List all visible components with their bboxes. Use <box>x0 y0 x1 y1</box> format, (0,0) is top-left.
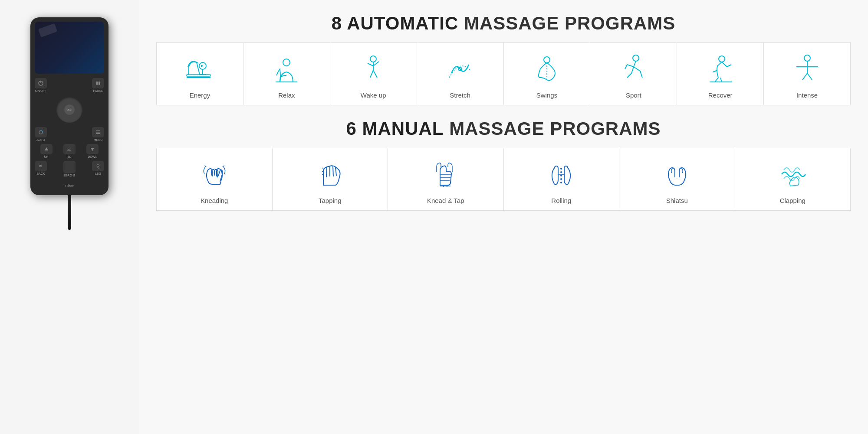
pause-group: PAUSE <box>92 78 104 92</box>
automatic-title: 8 AUTOMATIC MASSAGE PROGRAMS <box>156 13 851 34</box>
leg-label: LEG <box>95 172 101 175</box>
sport-icon <box>616 52 651 86</box>
relax-icon <box>269 52 304 86</box>
program-wakeup: Wake up <box>330 43 417 105</box>
main-content: 8 AUTOMATIC MASSAGE PROGRAMS Energy <box>139 0 868 434</box>
down-button[interactable] <box>86 144 99 154</box>
menu-label: MENU <box>94 138 103 141</box>
energy-icon <box>182 52 217 86</box>
stretch-label: Stretch <box>450 91 470 99</box>
swings-label: Swings <box>536 91 557 99</box>
intense-label: Intense <box>796 91 818 99</box>
program-tapping: Tapping <box>273 148 388 210</box>
back-button[interactable] <box>35 161 47 171</box>
swings-icon <box>529 52 564 86</box>
pause-label: PAUSE <box>93 89 103 92</box>
sport-label: Sport <box>626 91 641 99</box>
program-sport: Sport <box>590 43 677 105</box>
onoff-group: ON/OFF <box>35 78 47 92</box>
svg-point-39 <box>560 182 562 183</box>
menu-button[interactable] <box>92 127 104 137</box>
svg-line-28 <box>807 73 812 80</box>
down-label: DOWN <box>88 155 97 158</box>
threed-label: 3D <box>68 155 72 158</box>
svg-point-37 <box>560 175 562 176</box>
remote-buttons: ON/OFF PAUSE <box>35 78 104 191</box>
svg-point-20 <box>633 55 639 61</box>
svg-point-36 <box>560 171 562 173</box>
recover-icon <box>703 52 738 86</box>
remote-screen <box>35 22 104 74</box>
kneading-label: Kneading <box>201 197 228 204</box>
ok-label: ok <box>67 108 71 112</box>
svg-rect-10 <box>187 75 210 76</box>
leg-button[interactable] <box>92 161 104 171</box>
program-intense: Intense <box>764 43 850 105</box>
manual-title-rest: MASSAGE PROGRAMS <box>444 118 661 139</box>
tapping-icon <box>312 157 347 192</box>
svg-rect-6 <box>96 132 100 133</box>
svg-point-24 <box>804 55 810 61</box>
svg-point-18 <box>544 57 550 63</box>
program-energy: Energy <box>157 43 243 105</box>
auto-button[interactable] <box>35 127 47 137</box>
back-label: BACK <box>36 172 45 175</box>
wakeup-icon <box>356 52 391 86</box>
ok-button[interactable]: ok <box>64 104 75 115</box>
wakeup-label: Wake up <box>361 91 386 99</box>
nav-circle[interactable]: ok <box>56 97 82 123</box>
threed-button[interactable]: 3D <box>63 144 76 154</box>
zerog-label: ZERO-G <box>63 174 75 177</box>
clapping-icon <box>775 157 810 192</box>
intense-icon <box>790 52 825 86</box>
clapping-label: Clapping <box>780 197 806 204</box>
program-clapping: Clapping <box>735 148 851 210</box>
titan-logo: ⊙itan <box>35 181 104 189</box>
svg-point-14 <box>283 59 290 66</box>
svg-rect-2 <box>96 82 98 85</box>
onoff-label: ON/OFF <box>35 89 46 92</box>
program-swings: Swings <box>504 43 591 105</box>
svg-point-35 <box>560 168 562 170</box>
svg-line-21 <box>625 65 627 69</box>
shiatsu-icon <box>660 157 694 192</box>
tapping-label: Tapping <box>319 197 342 204</box>
remote-cable <box>68 195 71 230</box>
rolling-label: Rolling <box>551 197 571 204</box>
program-stretch: Stretch <box>417 43 504 105</box>
kneading-icon <box>197 157 232 192</box>
svg-line-27 <box>802 73 807 80</box>
remote-control: ON/OFF PAUSE <box>30 17 108 195</box>
zerog-button[interactable] <box>63 161 76 173</box>
program-rolling: Rolling <box>504 148 620 210</box>
svg-point-22 <box>719 56 725 62</box>
automatic-programs-grid: Energy Relax <box>156 42 851 105</box>
automatic-title-rest: MASSAGE PROGRAMS <box>458 13 675 33</box>
kneadtap-icon <box>428 157 463 192</box>
automatic-title-bold: 8 AUTOMATIC <box>332 13 459 33</box>
pause-button[interactable] <box>92 78 104 88</box>
auto-label: AUTO <box>36 138 45 141</box>
svg-rect-5 <box>96 131 100 131</box>
stretch-icon <box>443 52 477 86</box>
energy-label: Energy <box>190 91 210 99</box>
svg-point-16 <box>370 56 376 62</box>
up-button[interactable] <box>40 144 53 154</box>
shiatsu-label: Shiatsu <box>666 197 688 204</box>
svg-text:3D: 3D <box>67 148 71 152</box>
relax-label: Relax <box>278 91 295 99</box>
svg-rect-7 <box>96 133 100 134</box>
onoff-button[interactable] <box>35 78 47 88</box>
svg-rect-3 <box>99 82 100 85</box>
program-kneadtap: Knead & Tap <box>388 148 504 210</box>
manual-title: 6 MANUAL MASSAGE PROGRAMS <box>156 118 851 139</box>
kneadtap-label: Knead & Tap <box>427 197 464 204</box>
rolling-icon <box>544 157 579 192</box>
up-label: UP <box>44 155 49 158</box>
recover-label: Recover <box>708 91 733 99</box>
manual-title-bold: 6 MANUAL <box>346 118 444 139</box>
program-kneading: Kneading <box>157 148 273 210</box>
program-recover: Recover <box>677 43 764 105</box>
titan-text: ⊙itan <box>65 184 75 188</box>
manual-programs-grid: Kneading Tapping <box>156 148 851 211</box>
